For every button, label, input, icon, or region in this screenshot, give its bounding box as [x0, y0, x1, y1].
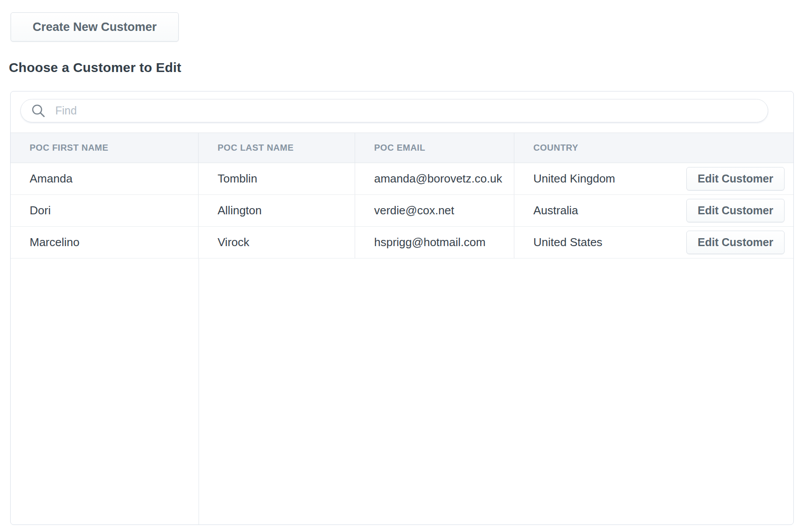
column-header-poc-email: POC EMAIL — [355, 133, 514, 163]
country-label: United Kingdom — [533, 172, 615, 186]
table-header: POC FIRST NAME POC LAST NAME POC EMAIL C… — [11, 133, 793, 163]
search-input[interactable] — [20, 99, 768, 122]
cell-poc-email: amanda@borovetz.co.uk — [355, 163, 514, 194]
edit-customer-button[interactable]: Edit Customer — [686, 231, 785, 254]
cell-poc-email: verdie@cox.net — [355, 195, 514, 226]
create-new-customer-button[interactable]: Create New Customer — [11, 12, 179, 42]
page-title: Choose a Customer to Edit — [9, 60, 181, 75]
column-header-country: COUNTRY — [514, 133, 793, 163]
edit-customer-button[interactable]: Edit Customer — [686, 199, 785, 222]
cell-country: United StatesEdit Customer — [514, 227, 793, 258]
cell-poc-first-name: Dori — [11, 195, 199, 226]
cell-poc-last-name: Tomblin — [199, 163, 355, 194]
table-row: DoriAllingtonverdie@cox.netAustraliaEdit… — [11, 195, 793, 227]
column-header-poc-first-name: POC FIRST NAME — [11, 133, 199, 163]
column-divider — [199, 258, 199, 524]
cell-poc-email: hsprigg@hotmail.com — [355, 227, 514, 258]
table-body: AmandaTomblinamanda@borovetz.co.ukUnited… — [11, 163, 793, 258]
table-row: AmandaTomblinamanda@borovetz.co.ukUnited… — [11, 163, 793, 195]
column-header-poc-last-name: POC LAST NAME — [199, 133, 355, 163]
cell-poc-last-name: Allington — [199, 195, 355, 226]
table-row: MarcelinoVirockhsprigg@hotmail.comUnited… — [11, 227, 793, 258]
country-label: Australia — [533, 204, 578, 217]
cell-poc-first-name: Amanda — [11, 163, 199, 194]
country-label: United States — [533, 236, 602, 249]
cell-poc-last-name: Virock — [199, 227, 355, 258]
cell-country: AustraliaEdit Customer — [514, 195, 793, 226]
edit-customer-button[interactable]: Edit Customer — [686, 167, 785, 190]
customer-table-panel: POC FIRST NAME POC LAST NAME POC EMAIL C… — [10, 91, 794, 525]
search-bar — [20, 99, 768, 122]
cell-country: United KingdomEdit Customer — [514, 163, 793, 194]
cell-poc-first-name: Marcelino — [11, 227, 199, 258]
